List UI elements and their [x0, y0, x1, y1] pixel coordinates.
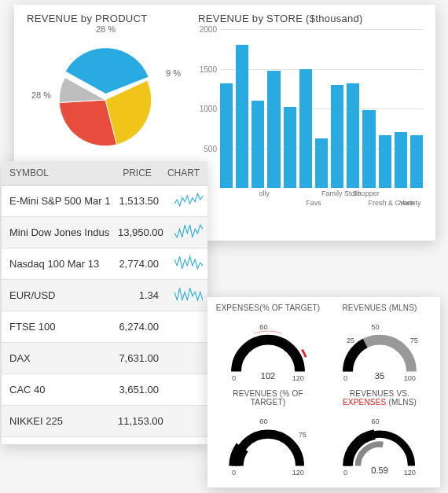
gauges-panel: EXPENSES(% OF TARGET) 060120102 REVENUES… [207, 297, 440, 487]
svg-text:100: 100 [404, 374, 416, 382]
cell-spark [167, 254, 207, 274]
table-header: SYMBOL PRICE CHART [2, 161, 207, 186]
th-symbol: SYMBOL [2, 161, 105, 185]
bar-category-label: Favs [306, 199, 321, 207]
gauge-expenses-pct: EXPENSES(% OF TARGET) 060120102 [215, 304, 321, 386]
table-row[interactable]: CAC 403,651.00 [2, 374, 207, 406]
cell-price: 7,631.00 [110, 352, 167, 364]
cell-symbol: E-Mini S&P 500 Mar 13 [2, 195, 110, 207]
bar [236, 45, 248, 188]
gauge-revenues-mlns: REVENUES (MLNS) 050100752535 [327, 304, 432, 386]
svg-text:60: 60 [259, 418, 267, 425]
gauge-title: REVENUES (% OF TARGET) [215, 389, 321, 407]
svg-text:102: 102 [261, 371, 275, 381]
cell-price: 6,274.00 [110, 321, 167, 333]
svg-text:75: 75 [410, 337, 418, 344]
gauge-title: EXPENSES(% OF TARGET) [215, 304, 321, 312]
cell-price: 1,513.50 [110, 195, 167, 207]
bar-category-label: Variety [399, 199, 420, 207]
sparkline-icon [174, 191, 203, 208]
table-row[interactable]: EUR/USD1.34 [2, 280, 207, 311]
table-row[interactable]: E-Mini S&P 500 Mar 131,513.50 [2, 186, 207, 217]
th-price: PRICE [105, 161, 160, 185]
bar [284, 107, 296, 188]
svg-text:50: 50 [371, 323, 379, 331]
svg-text:120: 120 [404, 469, 416, 476]
svg-text:120: 120 [292, 374, 304, 382]
table-row[interactable]: Nasdaq 100 Mar 132,774.00 [2, 248, 207, 280]
svg-text:0: 0 [343, 374, 347, 382]
cell-symbol: DAX [2, 352, 110, 364]
bar [331, 85, 343, 188]
svg-text:75: 75 [299, 431, 307, 439]
svg-text:0: 0 [343, 469, 347, 476]
th-chart: CHART [160, 161, 207, 185]
svg-text:60: 60 [259, 323, 267, 331]
bar-category-label: Shopper [353, 189, 380, 197]
svg-text:0.59: 0.59 [371, 465, 387, 475]
gauge-revenues-pct: REVENUES (% OF TARGET) 06012075 [215, 389, 321, 480]
symbols-table: SYMBOL PRICE CHART E-Mini S&P 500 Mar 13… [2, 161, 207, 444]
bar [267, 71, 280, 188]
sparkline-icon [174, 285, 203, 303]
bar [347, 83, 359, 188]
bar-category-label: olly [259, 189, 270, 197]
cell-symbol: FTSE 100 [2, 321, 110, 333]
bar [395, 132, 407, 188]
cell-spark [167, 191, 207, 211]
bar [379, 135, 391, 188]
svg-text:25: 25 [347, 337, 354, 344]
table-row[interactable]: FTSE 1006,274.00 [2, 311, 207, 343]
svg-text:0: 0 [232, 374, 236, 382]
cell-symbol: Mini Dow Jones Indus. [2, 226, 110, 238]
cell-spark [167, 285, 207, 305]
gauge-title: REVENUES (MLNS) [327, 304, 432, 312]
cell-symbol: CAC 40 [2, 384, 110, 396]
svg-text:35: 35 [375, 371, 384, 381]
svg-text:120: 120 [292, 469, 304, 476]
pie-slice-label: 28 % [96, 24, 116, 34]
bar [315, 138, 328, 188]
gauge-title: REVENUES VS. EXPENSES (MLNS) [327, 389, 432, 407]
cell-price: 2,774.00 [110, 258, 167, 270]
bar-title: REVENUE by STORE ($thousand) [198, 13, 423, 24]
table-row[interactable]: DAX7,631.00 [2, 343, 207, 374]
table-row[interactable]: NIKKEI 22511,153.00 [2, 406, 207, 437]
cell-spark [167, 223, 207, 242]
bar-chart: REVENUE by STORE ($thousand) 50010001500… [198, 13, 423, 210]
bar [252, 101, 264, 188]
svg-text:0: 0 [232, 469, 236, 476]
table-row[interactable]: Mini Dow Jones Indus.13,950.00 [2, 217, 207, 248]
bar [220, 83, 233, 188]
cell-symbol: EUR/USD [2, 289, 110, 301]
cell-price: 3,651.00 [110, 384, 167, 396]
cell-price: 13,950.00 [110, 226, 167, 238]
cell-price: 1.34 [110, 289, 167, 301]
bar [410, 135, 423, 188]
cell-symbol: Nasdaq 100 Mar 13 [2, 258, 110, 270]
pie-slice-label: 28 % [31, 90, 51, 100]
pie-slice-label: 9 % [166, 68, 181, 78]
cell-symbol: NIKKEI 225 [2, 415, 110, 427]
pie-title: REVENUE by PRODUCT [27, 13, 184, 24]
sparkline-icon [174, 223, 203, 240]
svg-text:60: 60 [371, 418, 379, 425]
gauge-rev-vs-exp: REVENUES VS. EXPENSES (MLNS) 0601200.59 [327, 389, 432, 480]
bar [362, 110, 375, 188]
bar [299, 69, 312, 189]
cell-price: 11,153.00 [110, 415, 167, 427]
sparkline-icon [174, 254, 203, 271]
